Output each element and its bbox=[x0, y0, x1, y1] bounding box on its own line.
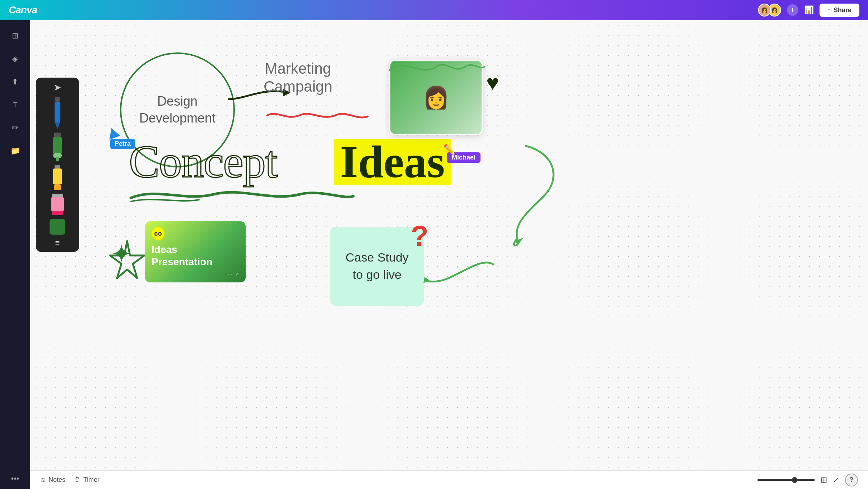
notes-button[interactable]: ≋ Notes bbox=[40, 476, 65, 484]
svg-rect-1 bbox=[55, 102, 60, 122]
bottombar: ≋ Notes ⏱ Timer ⊞ ⤢ ? bbox=[30, 470, 868, 489]
red-underline-svg bbox=[264, 106, 371, 124]
marketing-campaign-text: Marketing Campaign bbox=[264, 60, 332, 96]
notes-label: Notes bbox=[48, 476, 65, 484]
concept-title: Concept bbox=[129, 139, 277, 185]
question-mark: ? bbox=[411, 220, 428, 253]
card-logo: co bbox=[152, 227, 164, 240]
share-button[interactable]: ↑ Share bbox=[820, 4, 859, 17]
green-curl-right-svg bbox=[490, 142, 562, 250]
sidebar-item-draw[interactable]: ✏ bbox=[5, 118, 25, 138]
add-collaborator-button[interactable]: + bbox=[787, 4, 798, 16]
upload-icon: ⬆ bbox=[12, 77, 18, 87]
canvas: ➤ bbox=[30, 20, 868, 470]
fullscreen-button[interactable]: ⤢ bbox=[833, 475, 839, 485]
sidebar-item-projects[interactable]: 📁 bbox=[5, 141, 25, 161]
zoom-slider[interactable] bbox=[757, 479, 815, 481]
draw-icon: ✏ bbox=[12, 123, 18, 133]
timer-label: Timer bbox=[83, 476, 99, 484]
photo-card: 👩 bbox=[389, 60, 483, 135]
svg-rect-0 bbox=[55, 97, 60, 102]
tool-yellow-marker[interactable] bbox=[40, 165, 75, 190]
tool-arrow[interactable]: ➤ bbox=[40, 82, 75, 93]
card-bottom: ⋯ ⤢ bbox=[152, 271, 239, 277]
photo-placeholder: 👩 bbox=[390, 61, 482, 134]
sidebar-item-layout[interactable]: ⊞ bbox=[5, 26, 25, 46]
green-arrow-left-svg bbox=[418, 250, 497, 293]
zoom-handle[interactable] bbox=[792, 477, 798, 483]
notes-icon: ≋ bbox=[40, 476, 46, 484]
avatar-user-1: 👩 bbox=[758, 4, 771, 17]
grid-view-button[interactable]: ⊞ bbox=[821, 475, 827, 485]
svg-marker-16 bbox=[423, 277, 430, 283]
svg-marker-2 bbox=[55, 122, 60, 129]
canva-logo: Canva bbox=[9, 4, 37, 16]
presentation-card[interactable]: co Ideas Presentation ⋯ ⤢ bbox=[145, 221, 246, 282]
analytics-button[interactable]: 📊 bbox=[804, 5, 814, 15]
tool-green-marker[interactable] bbox=[40, 133, 75, 161]
svg-rect-9 bbox=[54, 184, 61, 190]
sidebar-item-text[interactable]: T bbox=[5, 95, 25, 115]
green-marker-icon bbox=[51, 133, 64, 161]
bottombar-left: ≋ Notes ⏱ Timer bbox=[40, 476, 99, 484]
cursor-triangle bbox=[106, 126, 120, 139]
arrow-tool-icon: ➤ bbox=[54, 82, 61, 93]
avatar-group: 👩 👩 bbox=[758, 4, 781, 17]
topbar-right: 👩 👩 + 📊 ↑ Share bbox=[758, 4, 859, 17]
svg-rect-4 bbox=[53, 137, 62, 154]
text-icon: T bbox=[13, 100, 17, 110]
drawing-tools-panel: ➤ bbox=[36, 78, 79, 252]
elements-icon: ◈ bbox=[12, 54, 18, 64]
heart-doodle: ♥ bbox=[486, 70, 499, 95]
michael-cursor: ✏️ Michael bbox=[447, 152, 481, 163]
sidebar-item-elements[interactable]: ◈ bbox=[5, 49, 25, 69]
tools-menu-icon[interactable]: ≡ bbox=[55, 238, 60, 248]
svg-rect-7 bbox=[55, 165, 60, 169]
svg-rect-3 bbox=[54, 133, 61, 137]
card-title-line2: Presentation bbox=[152, 256, 239, 268]
circle-text: Design Development bbox=[139, 93, 215, 127]
card-resize-icon: ⤢ bbox=[235, 271, 239, 277]
svg-rect-8 bbox=[53, 169, 62, 184]
pencil-icon: ✏️ bbox=[443, 144, 456, 156]
ideas-title: Ideas bbox=[334, 139, 451, 185]
svg-rect-11 bbox=[51, 197, 64, 211]
tool-blue-pen[interactable] bbox=[40, 97, 75, 129]
svg-rect-6 bbox=[56, 157, 59, 161]
card-expand-icon: ⋯ bbox=[228, 271, 232, 277]
sidebar-item-upload[interactable]: ⬆ bbox=[5, 72, 25, 92]
share-label: Share bbox=[834, 6, 851, 14]
yellow-marker-icon bbox=[51, 165, 64, 190]
bottombar-right: ⊞ ⤢ ? bbox=[757, 474, 858, 486]
zoom-slider-wrap bbox=[757, 479, 815, 481]
timer-button[interactable]: ⏱ Timer bbox=[74, 476, 99, 484]
star-doodle: ✦ bbox=[111, 239, 132, 269]
share-icon: ↑ bbox=[827, 6, 831, 14]
tool-pink-marker[interactable] bbox=[40, 194, 75, 215]
hamburger-icon: ≡ bbox=[55, 238, 60, 247]
timer-icon: ⏱ bbox=[74, 476, 80, 484]
blue-pen-icon bbox=[52, 97, 62, 129]
svg-marker-14 bbox=[515, 237, 524, 245]
color-swatch[interactable] bbox=[50, 219, 65, 235]
card-title-line1: Ideas bbox=[152, 244, 239, 256]
pink-marker-icon bbox=[50, 194, 65, 215]
case-study-text: Case Study to go live bbox=[345, 249, 409, 283]
svg-rect-12 bbox=[52, 211, 63, 215]
topbar: Canva 👩 👩 + 📊 ↑ Share bbox=[0, 0, 868, 20]
help-button[interactable]: ? bbox=[845, 474, 858, 486]
case-study-card: Case Study to go live bbox=[330, 227, 424, 306]
folder-icon: 📁 bbox=[10, 146, 20, 156]
sidebar-more-button[interactable]: ••• bbox=[11, 474, 19, 483]
sidebar: ⊞ ◈ ⬆ T ✏ 📁 ••• bbox=[0, 20, 30, 489]
layout-icon: ⊞ bbox=[12, 31, 18, 41]
svg-rect-10 bbox=[52, 194, 63, 197]
